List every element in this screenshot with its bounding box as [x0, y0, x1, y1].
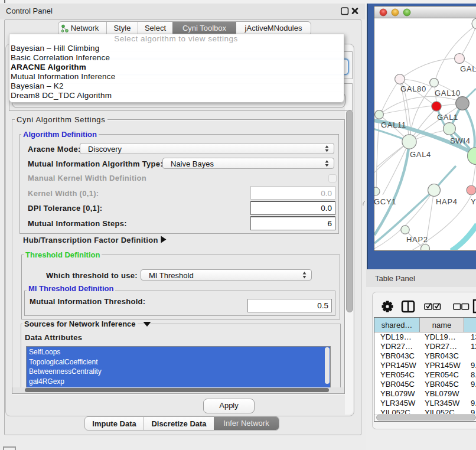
- svg-text:GAL80: GAL80: [400, 84, 426, 93]
- svg-text:GAL11: GAL11: [381, 120, 406, 129]
- svg-text:HAP2: HAP2: [406, 235, 428, 244]
- svg-text:GCY1: GCY1: [374, 197, 396, 206]
- svg-text:GAL4: GAL4: [410, 150, 431, 159]
- svg-text:SWI4: SWI4: [450, 136, 471, 145]
- svg-text:GAL10: GAL10: [435, 89, 461, 97]
- svg-text:Y: Y: [471, 197, 476, 206]
- svg-text:HAP4: HAP4: [436, 197, 458, 206]
- svg-text:GAL1: GAL1: [437, 113, 458, 122]
- svg-text:GAL: GAL: [460, 64, 476, 73]
